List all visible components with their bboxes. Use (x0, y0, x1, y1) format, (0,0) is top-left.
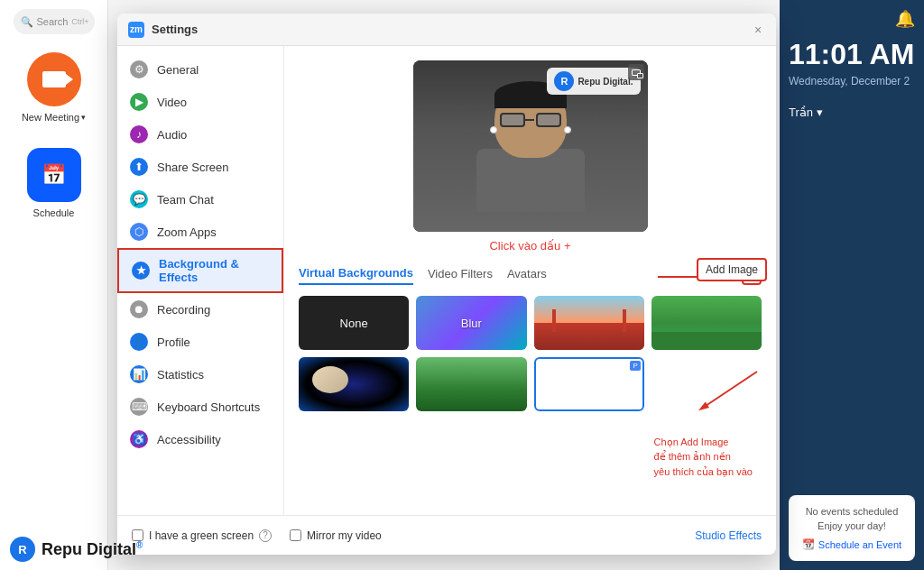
general-icon: ⚙ (130, 60, 148, 78)
nav-item-video[interactable]: ▶ Video (117, 86, 283, 118)
bg-bridge[interactable] (534, 296, 644, 350)
nav-item-keyboard-shortcuts[interactable]: ⌨ Keyboard Shortcuts (117, 391, 283, 423)
statistics-icon: 📊 (130, 365, 148, 383)
video-icon: ▶ (130, 93, 148, 111)
date-display: Wednesday, December 2 (789, 75, 915, 87)
mirror-video-input[interactable] (290, 529, 301, 541)
bg-blur[interactable]: Blur (416, 296, 526, 350)
add-image-tooltip: Add Image (697, 258, 767, 281)
no-events-box: No events scheduled Enjoy your day! 📆 Sc… (789, 495, 915, 561)
zoom-logo: zm (128, 22, 144, 38)
search-shortcut: Ctrl+ (71, 17, 88, 26)
nav-item-statistics[interactable]: 📊 Statistics (117, 358, 283, 391)
annotation-text: Chọn Add Imageđể thêm ảnh nềnyêu thích c… (654, 435, 753, 480)
none-label: None (340, 317, 368, 330)
nav-item-general[interactable]: ⚙ General (117, 53, 283, 86)
schedule-label: Schedule (33, 207, 75, 218)
blur-label: Blur (461, 317, 482, 330)
nav-item-share-screen[interactable]: ⬆ Share Screen (117, 151, 283, 183)
camera-preview: R Repu Digital. (413, 60, 648, 232)
modal-body: ⚙ General ▶ Video ♪ Audio ⬆ Share Screen… (117, 46, 776, 515)
nav-label-zoom-apps: Zoom Apps (157, 225, 217, 239)
bg-grid-container: None Blur (299, 296, 762, 411)
repu-logo-circle: R (554, 71, 574, 91)
settings-modal: zm Settings × ⚙ General ▶ Video ♪ Audio (117, 14, 776, 555)
accessibility-icon: ♿ (130, 430, 148, 448)
nav-label-accessibility: Accessibility (157, 433, 221, 446)
svg-text:R: R (18, 543, 27, 556)
pip-icon[interactable] (628, 64, 644, 80)
nav-label-recording: Recording (157, 303, 210, 317)
bg-selected-empty[interactable]: P (534, 357, 644, 411)
modal-title: Settings (152, 23, 744, 36)
search-icon: 🔍 (21, 16, 33, 28)
studio-effects-link[interactable]: Studio Effects (695, 529, 762, 542)
brand-logo-icon: R (9, 536, 36, 563)
bg-none[interactable]: None (299, 296, 409, 350)
modal-footer: I have a green screen ? Mirror my video … (117, 515, 776, 555)
schedule-event-link[interactable]: 📆 Schedule an Event (799, 538, 904, 550)
nav-label-audio: Audio (157, 128, 187, 142)
nav-item-audio[interactable]: ♪ Audio (117, 118, 283, 151)
bg-space[interactable] (299, 357, 409, 411)
brand-name: Repu Digital® (42, 540, 143, 559)
recording-icon: ⏺ (130, 300, 148, 318)
help-icon[interactable]: ? (259, 529, 272, 542)
nav-label-keyboard-shortcuts: Keyboard Shortcuts (157, 400, 260, 414)
mirror-label: Mirror my video (307, 529, 382, 542)
bell-icon[interactable]: 🔔 (895, 9, 915, 29)
user-name: Trần (789, 106, 813, 119)
repu-logo-overlay: R Repu Digital. (547, 68, 640, 95)
nav-item-background-effects[interactable]: ★ Background & Effects (117, 248, 283, 293)
bg-grass[interactable] (651, 296, 762, 350)
nav-item-team-chat[interactable]: 💬 Team Chat (117, 183, 283, 216)
nav-label-profile: Profile (157, 336, 190, 349)
nav-item-recording[interactable]: ⏺ Recording (117, 293, 283, 326)
enjoy-text: Enjoy your day! (799, 520, 904, 531)
bg-forest[interactable] (416, 357, 526, 411)
share-screen-icon: ⬆ (130, 158, 148, 176)
right-panel: 🔔 11:01 AM Wednesday, December 2 Trần ▾ … (780, 0, 924, 570)
nav-label-video: Video (157, 96, 187, 109)
nav-item-accessibility[interactable]: ♿ Accessibility (117, 423, 283, 455)
pip-icon-inner (632, 69, 641, 76)
nav-label-team-chat: Team Chat (157, 193, 214, 207)
search-label: Search (37, 16, 69, 27)
background-effects-icon: ★ (132, 262, 150, 280)
schedule-button[interactable]: 📅 (27, 148, 81, 202)
calendar-icon: 📅 (42, 163, 66, 187)
settings-content: R Repu Digital. Click vào dấu + Virtual … (284, 46, 776, 515)
tab-avatars[interactable]: Avatars (507, 267, 547, 284)
main-sidebar: 🔍 Search Ctrl+ New Meeting ▾ 📅 Schedule (0, 0, 108, 570)
tab-video-filters[interactable]: Video Filters (428, 267, 493, 284)
nav-item-zoom-apps[interactable]: ⬡ Zoom Apps (117, 216, 283, 248)
nav-label-background-effects: Background & Effects (159, 257, 269, 284)
keyboard-shortcuts-icon: ⌨ (130, 398, 148, 416)
green-screen-checkbox[interactable]: I have a green screen ? (132, 529, 272, 542)
repu-logo-text: Repu Digital. (578, 77, 633, 87)
new-meeting-button[interactable] (27, 52, 81, 106)
mirror-video-checkbox[interactable]: Mirror my video (290, 529, 382, 542)
tabs-container: Virtual Backgrounds Video Filters Avatar… (299, 265, 762, 285)
bell-area: 🔔 (789, 9, 915, 29)
search-bar[interactable]: 🔍 Search Ctrl+ (14, 9, 95, 34)
bg-tabs: Virtual Backgrounds Video Filters Avatar… (299, 265, 762, 285)
profile-icon: 👤 (130, 333, 148, 351)
settings-nav: ⚙ General ▶ Video ♪ Audio ⬆ Share Screen… (117, 46, 284, 515)
modal-header: zm Settings × (117, 14, 776, 46)
calendar-small-icon: 📆 (802, 538, 815, 550)
audio-icon: ♪ (130, 125, 148, 143)
green-screen-label: I have a green screen (149, 529, 254, 542)
nav-item-profile[interactable]: 👤 Profile (117, 326, 283, 358)
app-background: 🔍 Search Ctrl+ New Meeting ▾ 📅 Schedule … (0, 0, 924, 570)
nav-label-statistics: Statistics (157, 368, 204, 382)
time-display: 11:01 AM (789, 38, 915, 71)
no-events-text: No events scheduled (799, 506, 904, 517)
modal-close-button[interactable]: × (751, 23, 765, 37)
nav-label-general: General (157, 63, 199, 77)
chevron-icon: ▾ (817, 106, 823, 119)
user-name-row: Trần ▾ (789, 106, 915, 119)
zoom-apps-icon: ⬡ (130, 223, 148, 241)
click-hint: Click vào dấu + (299, 239, 762, 253)
tab-virtual-backgrounds[interactable]: Virtual Backgrounds (299, 266, 413, 285)
